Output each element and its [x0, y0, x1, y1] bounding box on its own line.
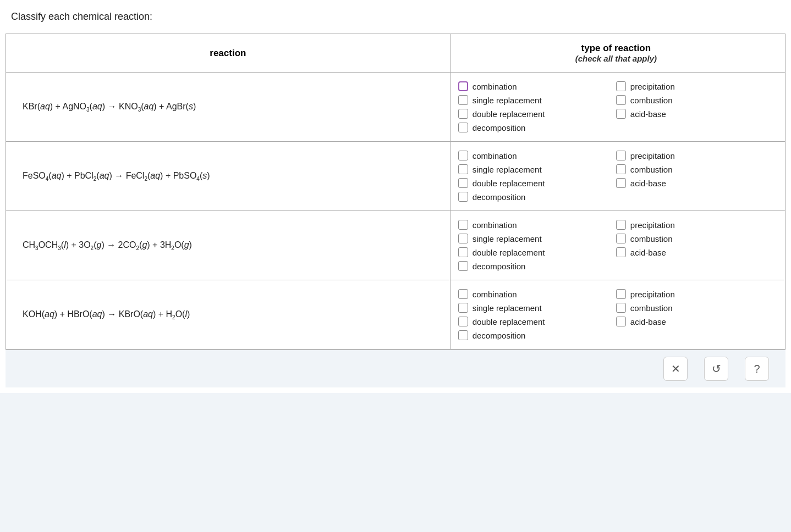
- header-reaction: reaction: [6, 34, 451, 73]
- checkbox-single-replacement[interactable]: [458, 234, 468, 243]
- checkbox-label-combustion: combustion: [630, 96, 673, 105]
- main-table: reaction type of reaction (check all tha…: [6, 34, 785, 350]
- checkbox-item-double-replacement[interactable]: double replacement: [458, 109, 616, 119]
- checkbox-item-single-replacement[interactable]: single replacement: [458, 95, 616, 105]
- checkbox-label-double-replacement: double replacement: [473, 179, 545, 188]
- checkbox-label-decomposition: decomposition: [473, 192, 526, 202]
- checkbox-label-double-replacement: double replacement: [473, 317, 545, 326]
- checkbox-item-decomposition[interactable]: decomposition: [458, 330, 616, 340]
- checkbox-combination[interactable]: [458, 220, 468, 230]
- checkbox-label-precipitation: precipitation: [630, 220, 675, 230]
- checkbox-double-replacement[interactable]: [458, 109, 468, 119]
- checkbox-item-empty: [616, 192, 774, 202]
- checkbox-label-combustion: combustion: [630, 165, 673, 174]
- checkbox-double-replacement[interactable]: [458, 317, 468, 326]
- checkbox-label-decomposition: decomposition: [473, 123, 526, 132]
- close-button[interactable]: ✕: [663, 357, 688, 381]
- checkbox-single-replacement[interactable]: [458, 303, 468, 313]
- checkbox-combustion[interactable]: [616, 303, 626, 313]
- checkbox-item-empty: [616, 123, 774, 132]
- checkbox-item-precipitation[interactable]: precipitation: [616, 220, 774, 230]
- checkbox-item-acid-base[interactable]: acid-base: [616, 178, 774, 188]
- checkbox-label-single-replacement: single replacement: [473, 303, 542, 313]
- type-cell-3: combinationprecipitationsingle replaceme…: [450, 211, 785, 280]
- checkbox-item-precipitation[interactable]: precipitation: [616, 81, 774, 91]
- help-button[interactable]: ?: [745, 357, 769, 381]
- checkbox-combination[interactable]: [458, 81, 468, 91]
- checkbox-label-combination: combination: [473, 82, 517, 91]
- checkbox-item-empty: [616, 261, 774, 271]
- checkbox-item-precipitation[interactable]: precipitation: [616, 289, 774, 299]
- checkbox-acid-base[interactable]: [616, 178, 626, 188]
- bottom-bar: ✕ ↺ ?: [6, 350, 785, 387]
- reaction-cell-2: FeSO4(aq) + PbCl2(aq) → FeCl2(aq) + PbSO…: [6, 142, 451, 211]
- reaction-cell-3: CH3OCH3(l) + 3O2(g) → 2CO2(g) + 3H2O(g): [6, 211, 451, 280]
- checkbox-item-decomposition[interactable]: decomposition: [458, 261, 616, 271]
- checkbox-item-combination[interactable]: combination: [458, 151, 616, 160]
- checkbox-combustion[interactable]: [616, 164, 626, 174]
- checkbox-label-combustion: combustion: [630, 234, 673, 243]
- checkbox-acid-base[interactable]: [616, 109, 626, 119]
- table-row: KOH(aq) + HBrO(aq) → KBrO(aq) + H2O(l)co…: [6, 280, 785, 350]
- table-row: KBr(aq) + AgNO3(aq) → KNO3(aq) + AgBr(s)…: [6, 73, 785, 142]
- checkbox-acid-base[interactable]: [616, 247, 626, 257]
- checkbox-label-acid-base: acid-base: [630, 248, 666, 257]
- checkbox-label-single-replacement: single replacement: [473, 96, 542, 105]
- checkbox-precipitation[interactable]: [616, 220, 626, 230]
- checkbox-label-decomposition: decomposition: [473, 331, 526, 340]
- page-wrapper: Classify each chemical reaction: reactio…: [0, 0, 791, 393]
- checkbox-single-replacement[interactable]: [458, 95, 468, 105]
- reset-button[interactable]: ↺: [704, 357, 728, 381]
- checkbox-item-combination[interactable]: combination: [458, 289, 616, 299]
- checkbox-label-single-replacement: single replacement: [473, 234, 542, 243]
- checkbox-combustion[interactable]: [616, 234, 626, 243]
- checkbox-decomposition[interactable]: [458, 261, 468, 271]
- checkbox-item-double-replacement[interactable]: double replacement: [458, 317, 616, 326]
- type-cell-4: combinationprecipitationsingle replaceme…: [450, 280, 785, 350]
- checkbox-decomposition[interactable]: [458, 330, 468, 340]
- header-type: type of reaction (check all that apply): [450, 34, 785, 73]
- reaction-cell-1: KBr(aq) + AgNO3(aq) → KNO3(aq) + AgBr(s): [6, 73, 451, 142]
- checkbox-label-acid-base: acid-base: [630, 317, 666, 326]
- table-row: FeSO4(aq) + PbCl2(aq) → FeCl2(aq) + PbSO…: [6, 142, 785, 211]
- checkbox-label-precipitation: precipitation: [630, 82, 675, 91]
- checkbox-precipitation[interactable]: [616, 151, 626, 160]
- checkbox-item-combustion[interactable]: combustion: [616, 95, 774, 105]
- checkbox-item-single-replacement[interactable]: single replacement: [458, 164, 616, 174]
- checkbox-item-double-replacement[interactable]: double replacement: [458, 247, 616, 257]
- checkbox-label-combustion: combustion: [630, 303, 673, 313]
- checkbox-item-acid-base[interactable]: acid-base: [616, 247, 774, 257]
- checkbox-decomposition[interactable]: [458, 192, 468, 202]
- checkbox-label-combination: combination: [473, 290, 517, 299]
- checkbox-item-double-replacement[interactable]: double replacement: [458, 178, 616, 188]
- checkbox-decomposition[interactable]: [458, 123, 468, 132]
- checkbox-label-precipitation: precipitation: [630, 290, 675, 299]
- checkbox-single-replacement[interactable]: [458, 164, 468, 174]
- checkbox-label-precipitation: precipitation: [630, 151, 675, 160]
- checkbox-item-combustion[interactable]: combustion: [616, 164, 774, 174]
- checkbox-combination[interactable]: [458, 289, 468, 299]
- checkbox-item-empty: [616, 330, 774, 340]
- checkbox-double-replacement[interactable]: [458, 247, 468, 257]
- checkbox-combustion[interactable]: [616, 95, 626, 105]
- checkbox-acid-base[interactable]: [616, 317, 626, 326]
- checkbox-precipitation[interactable]: [616, 289, 626, 299]
- checkbox-item-combustion[interactable]: combustion: [616, 234, 774, 243]
- checkbox-item-acid-base[interactable]: acid-base: [616, 317, 774, 326]
- checkbox-label-double-replacement: double replacement: [473, 109, 545, 119]
- checkbox-item-single-replacement[interactable]: single replacement: [458, 303, 616, 313]
- checkbox-combination[interactable]: [458, 151, 468, 160]
- checkbox-label-acid-base: acid-base: [630, 179, 666, 188]
- checkbox-item-decomposition[interactable]: decomposition: [458, 192, 616, 202]
- checkbox-item-combustion[interactable]: combustion: [616, 303, 774, 313]
- checkbox-item-single-replacement[interactable]: single replacement: [458, 234, 616, 243]
- checkbox-precipitation[interactable]: [616, 81, 626, 91]
- checkbox-double-replacement[interactable]: [458, 178, 468, 188]
- checkbox-item-acid-base[interactable]: acid-base: [616, 109, 774, 119]
- checkbox-item-precipitation[interactable]: precipitation: [616, 151, 774, 160]
- table-row: CH3OCH3(l) + 3O2(g) → 2CO2(g) + 3H2O(g)c…: [6, 211, 785, 280]
- type-cell-2: combinationprecipitationsingle replaceme…: [450, 142, 785, 211]
- checkbox-item-combination[interactable]: combination: [458, 220, 616, 230]
- checkbox-item-decomposition[interactable]: decomposition: [458, 123, 616, 132]
- checkbox-item-combination[interactable]: combination: [458, 81, 616, 91]
